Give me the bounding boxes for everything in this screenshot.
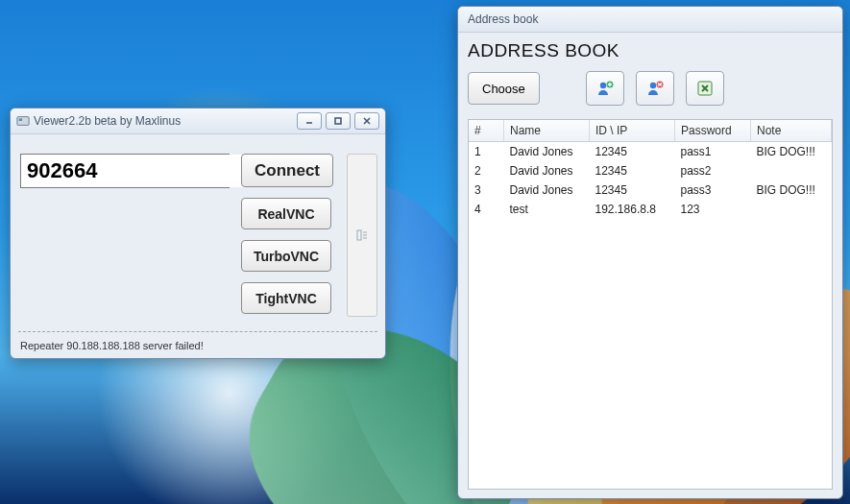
status-separator xyxy=(18,331,377,332)
cell-idip: 12345 xyxy=(590,161,675,180)
app-icon xyxy=(16,114,30,128)
remove-entry-button[interactable] xyxy=(636,71,674,106)
cell-name: test xyxy=(504,200,590,219)
svg-rect-7 xyxy=(357,230,361,240)
minimize-button[interactable] xyxy=(297,112,322,130)
cell-name: David Jones xyxy=(504,142,590,162)
cell-num: 2 xyxy=(469,161,504,180)
cell-idip: 12345 xyxy=(590,180,675,200)
col-name[interactable]: Name xyxy=(504,120,590,142)
svg-point-13 xyxy=(650,83,656,88)
cell-num: 4 xyxy=(469,200,504,219)
cell-password: 123 xyxy=(675,200,751,219)
cell-password: pass1 xyxy=(675,142,751,162)
col-idip[interactable]: ID \ IP xyxy=(590,120,675,142)
expander-icon xyxy=(355,228,369,242)
col-password[interactable]: Password xyxy=(675,120,751,142)
addressbook-titlebar[interactable]: Address book xyxy=(458,7,842,33)
viewer-title: Viewer2.2b beta by Maxlinus xyxy=(30,114,297,128)
connect-button[interactable]: Connect xyxy=(241,154,333,187)
addressbook-window-title: Address book xyxy=(464,12,837,26)
viewer-window: Viewer2.2b beta by Maxlinus Connect Real… xyxy=(10,108,386,359)
tightvnc-button[interactable]: TightVNC xyxy=(241,282,331,314)
cell-name: David Jones xyxy=(504,180,590,200)
turbovnc-button[interactable]: TurboVNC xyxy=(241,240,331,272)
col-note[interactable]: Note xyxy=(751,120,832,142)
side-expander[interactable] xyxy=(347,154,377,317)
remove-user-icon xyxy=(645,79,665,98)
cell-idip: 192.186.8.8 xyxy=(590,200,675,219)
cell-idip: 12345 xyxy=(590,142,675,162)
cell-note xyxy=(751,200,832,219)
svg-point-11 xyxy=(600,83,606,88)
table-row[interactable]: 1David Jones12345pass1BIG DOG!!! xyxy=(469,142,832,162)
add-entry-button[interactable] xyxy=(586,71,624,106)
table-row[interactable]: 4test192.186.8.8123 xyxy=(469,200,832,219)
cell-note xyxy=(751,161,832,180)
realvnc-button[interactable]: RealVNC xyxy=(241,198,331,229)
cell-note: BIG DOG!!! xyxy=(751,180,832,200)
table-row[interactable]: 2David Jones12345pass2 xyxy=(469,161,832,180)
server-combo[interactable] xyxy=(20,154,230,188)
cell-name: David Jones xyxy=(504,161,590,180)
maximize-button[interactable] xyxy=(326,112,351,130)
cell-password: pass2 xyxy=(675,161,751,180)
grid-header-row[interactable]: # Name ID \ IP Password Note xyxy=(469,120,832,142)
addressbook-heading: ADDRESS BOOK xyxy=(468,40,833,61)
add-user-icon xyxy=(595,79,615,98)
choose-button[interactable]: Choose xyxy=(468,72,540,105)
svg-rect-1 xyxy=(19,118,23,121)
table-row[interactable]: 3David Jones12345pass3BIG DOG!!! xyxy=(469,180,832,200)
col-num[interactable]: # xyxy=(469,120,504,142)
addressbook-toolbar: Choose xyxy=(468,71,833,106)
close-button[interactable] xyxy=(354,112,379,130)
cell-num: 1 xyxy=(469,142,504,162)
addressbook-window: Address book ADDRESS BOOK Choose xyxy=(457,6,843,499)
cell-num: 3 xyxy=(469,180,504,200)
viewer-titlebar[interactable]: Viewer2.2b beta by Maxlinus xyxy=(11,108,385,134)
cell-password: pass3 xyxy=(675,180,751,200)
status-text: Repeater 90.188.188.188 server failed! xyxy=(20,340,204,351)
svg-rect-3 xyxy=(335,118,341,124)
export-excel-button[interactable] xyxy=(686,71,724,106)
addressbook-grid[interactable]: # Name ID \ IP Password Note 1David Jone… xyxy=(468,119,833,490)
excel-icon xyxy=(695,79,715,98)
cell-note: BIG DOG!!! xyxy=(751,142,832,162)
